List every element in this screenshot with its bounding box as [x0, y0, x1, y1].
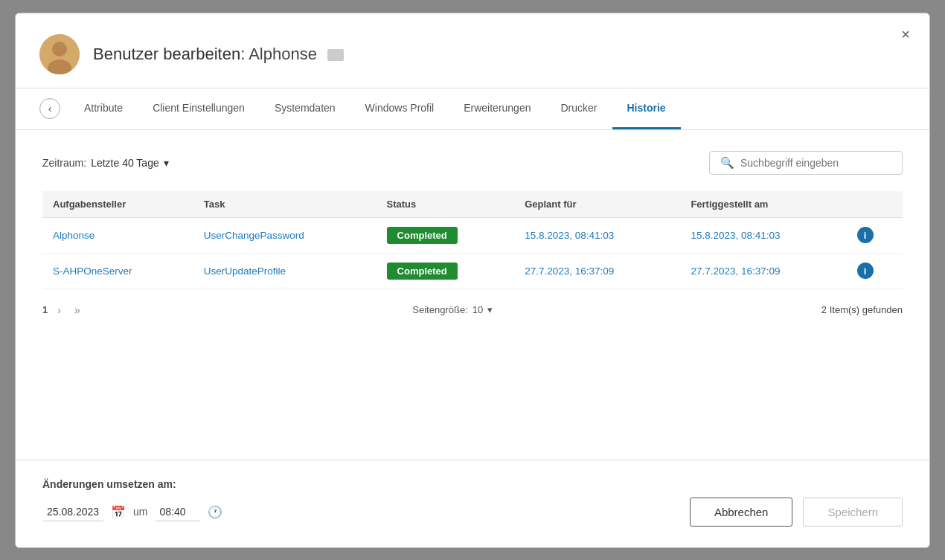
col-task: Task — [193, 191, 377, 218]
avatar — [39, 34, 80, 74]
col-status: Status — [377, 191, 515, 218]
col-geplant: Geplant für — [514, 191, 680, 218]
tab-drucker[interactable]: Drucker — [545, 88, 612, 129]
next-page-button[interactable]: › — [54, 303, 65, 318]
cell-task: UserUpdateProfile — [193, 253, 377, 289]
search-icon: 🔍 — [720, 156, 734, 170]
modal-header: Benutzer bearbeiten: Alphonse — [16, 13, 929, 88]
cancel-button[interactable]: Abbrechen — [690, 498, 793, 527]
footer: Änderungen umsetzen am: 25.08.2023 📅 um … — [16, 460, 929, 547]
user-icon-small — [327, 49, 344, 61]
tab-client-einstellungen[interactable]: Client Einstellungen — [138, 88, 260, 129]
save-button[interactable]: Speichern — [803, 498, 903, 527]
info-icon[interactable]: i — [857, 227, 874, 243]
page-size-chevron-icon[interactable]: ▾ — [487, 304, 493, 315]
date-time-row: 25.08.2023 📅 um 08:40 🕐 — [42, 503, 222, 521]
cell-aufgabensteller: Alphonse — [42, 217, 193, 253]
action-buttons: Abbrechen Speichern — [690, 498, 903, 527]
col-actions — [847, 191, 903, 218]
page-size-value: 10 — [472, 304, 483, 315]
tab-erweiterungen[interactable]: Erweiterungen — [449, 88, 545, 129]
filter-area: Zeitraum: Letzte 40 Tage ▾ — [42, 157, 169, 169]
cell-status: Completed — [377, 253, 515, 289]
task-link[interactable]: UserUpdateProfile — [204, 265, 286, 277]
cell-task: UserChangePassword — [193, 217, 377, 253]
tab-attribute[interactable]: Attribute — [69, 88, 138, 129]
items-found: 2 Item(s) gefunden — [821, 304, 903, 315]
cell-fertiggestellt: 27.7.2023, 16:37:09 — [680, 253, 846, 289]
page-controls: 1 › » — [42, 303, 84, 318]
tab-back-button[interactable]: ‹ — [39, 98, 60, 119]
page-size-label: Seitengröße: — [412, 304, 467, 315]
title-name: Alphonse — [249, 45, 317, 63]
table-row: Alphonse UserChangePassword Completed 15… — [42, 217, 903, 253]
search-input[interactable] — [740, 157, 891, 169]
current-page: 1 — [42, 304, 48, 315]
search-box: 🔍 — [709, 151, 903, 175]
col-aufgabensteller: Aufgabensteller — [42, 191, 193, 218]
zeitraum-dropdown[interactable]: Letzte 40 Tage ▾ — [91, 157, 169, 169]
info-icon[interactable]: i — [857, 263, 874, 279]
svg-point-1 — [52, 42, 67, 57]
tab-windows-profil[interactable]: Windows Profil — [350, 88, 449, 129]
tab-historie[interactable]: Historie — [612, 88, 681, 129]
cell-info: i — [847, 253, 903, 289]
toolbar: Zeitraum: Letzte 40 Tage ▾ 🔍 — [42, 151, 903, 175]
cell-fertiggestellt: 15.8.2023, 08:41:03 — [680, 217, 846, 253]
page-size-selector: Seitengröße: 10 ▾ — [412, 304, 493, 315]
cell-geplant: 15.8.2023, 08:41:03 — [514, 217, 680, 253]
col-fertiggestellt: Fertiggestellt am — [680, 191, 846, 218]
status-badge: Completed — [387, 227, 458, 244]
footer-label: Änderungen umsetzen am: — [42, 478, 903, 490]
clock-icon[interactable]: 🕐 — [208, 505, 222, 519]
modal-dialog: × Benutzer bearbeiten: Alphonse ‹ Attrib… — [15, 13, 930, 548]
status-badge: Completed — [387, 263, 458, 280]
chevron-left-icon: ‹ — [48, 103, 52, 115]
title-prefix: Benutzer bearbeiten: — [93, 45, 245, 63]
table-header-row: Aufgabensteller Task Status Geplant für … — [42, 191, 903, 218]
cell-info: i — [847, 217, 903, 253]
tab-bar: ‹ Attribute Client Einstellungen Systemd… — [16, 88, 929, 130]
cell-aufgabensteller: S-AHPOneServer — [42, 253, 193, 289]
main-content: Zeitraum: Letzte 40 Tage ▾ 🔍 Aufgabenste… — [16, 130, 929, 460]
modal-title: Benutzer bearbeiten: Alphonse — [93, 45, 344, 64]
close-button[interactable]: × — [895, 24, 916, 45]
um-label: um — [133, 506, 147, 518]
time-field[interactable]: 08:40 — [156, 503, 200, 521]
chevron-down-icon: ▾ — [164, 157, 169, 169]
tab-systemdaten[interactable]: Systemdaten — [260, 88, 350, 129]
aufgabensteller-link[interactable]: Alphonse — [53, 230, 94, 241]
pagination-bar: 1 › » Seitengröße: 10 ▾ 2 Item(s) gefund… — [42, 303, 903, 318]
zeitraum-label: Zeitraum: — [42, 157, 86, 169]
date-field[interactable]: 25.08.2023 — [42, 503, 103, 521]
zeitraum-value: Letzte 40 Tage — [91, 157, 159, 169]
footer-row: 25.08.2023 📅 um 08:40 🕐 Abbrechen Speich… — [42, 498, 903, 527]
cell-status: Completed — [377, 217, 515, 253]
aufgabensteller-link[interactable]: S-AHPOneServer — [53, 265, 132, 277]
table-row: S-AHPOneServer UserUpdateProfile Complet… — [42, 253, 903, 289]
task-link[interactable]: UserChangePassword — [204, 230, 304, 241]
last-page-button[interactable]: » — [71, 303, 84, 318]
cell-geplant: 27.7.2023, 16:37:09 — [514, 253, 680, 289]
tasks-table: Aufgabensteller Task Status Geplant für … — [42, 191, 903, 289]
calendar-icon[interactable]: 📅 — [111, 505, 126, 519]
